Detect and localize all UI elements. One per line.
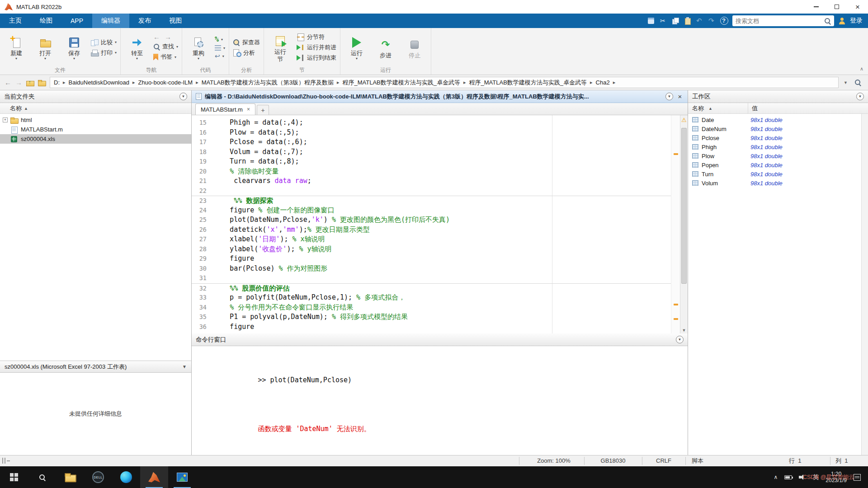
code-line[interactable]: 15 Phigh = data(:,4);	[192, 118, 671, 128]
code-line[interactable]: 17 Pclose = data(:,6);	[192, 137, 671, 147]
code-line[interactable]: 34 % 分号作用为不在命令窗口显示执行结果	[192, 303, 671, 313]
warning-marker[interactable]	[674, 318, 678, 320]
copy-icon[interactable]	[671, 17, 679, 25]
code-line[interactable]: 27 xlabel('日期'); % x轴说明	[192, 235, 671, 244]
ribbon-tab[interactable]: 绘图	[31, 14, 61, 28]
code-line[interactable]: 36 figure	[192, 322, 671, 332]
help-icon[interactable]	[720, 17, 728, 25]
code-line[interactable]: 19 Turn = data(:,8);	[192, 157, 671, 167]
name-column-header[interactable]: 名称 ▲	[0, 103, 191, 114]
code-line[interactable]: 26 datetick('x','mm');% 更改日期显示类型	[192, 225, 671, 235]
warning-icon[interactable]: ⚠	[680, 116, 688, 125]
workspace-variable-row[interactable]: Volum 98x1 double	[688, 178, 861, 188]
analyze-button[interactable]: 分析	[233, 49, 260, 57]
redo-icon[interactable]	[708, 17, 716, 25]
scroll-down-icon[interactable]: ▼	[680, 328, 688, 333]
run-advance-button[interactable]: 运行并前进	[297, 43, 336, 52]
workspace-variable-row[interactable]: Plow 98x1 double	[688, 151, 861, 160]
collapse-ribbon-icon[interactable]: ∧	[860, 66, 863, 72]
new-button[interactable]: 新建▾	[4, 34, 29, 61]
code-line[interactable]: 22	[192, 186, 671, 196]
profiler-button[interactable]: 探查器	[233, 38, 260, 47]
editor-menu-icon[interactable]: ▼	[665, 93, 673, 100]
section-break-button[interactable]: 分节符	[297, 33, 336, 41]
code-line[interactable]: 31	[192, 273, 671, 283]
workspace-variable-row[interactable]: Pclose 98x1 double	[688, 133, 861, 142]
cut-icon[interactable]	[659, 17, 667, 25]
taskbar-search-button[interactable]	[28, 466, 56, 488]
workspace-variable-row[interactable]: DateNum 98x1 double	[688, 124, 861, 133]
tab-close-icon[interactable]: ×	[247, 106, 250, 113]
forward-icon[interactable]: →	[15, 79, 22, 86]
workspace-column-headers[interactable]: 名称▲ 值	[688, 103, 868, 114]
wrap-button[interactable]: ↩▾	[215, 53, 225, 59]
code-line[interactable]: 20 % 清除临时变量	[192, 167, 671, 177]
breadcrumb-segment[interactable]: MATLAB数学建模方法与实践（第3版）程序及数据	[202, 79, 334, 87]
code-line[interactable]: 35 P1 = polyval(p,DateNum); % 得到多项式模型的结果	[192, 312, 671, 322]
print-button[interactable]: 打印▾	[90, 49, 117, 57]
editor-close-icon[interactable]: ×	[676, 93, 684, 100]
code-line[interactable]: 28 ylabel('收盘价'); % y轴说明	[192, 244, 671, 254]
file-row[interactable]: + MATLABStart.m	[0, 125, 191, 134]
code-line[interactable]: 32 %% 股票价值的评估	[192, 283, 671, 293]
panel-menu-icon[interactable]: ▼	[676, 336, 684, 343]
code-line[interactable]: 23 %% 数据探索	[192, 196, 671, 206]
expand-icon[interactable]: +	[3, 117, 8, 122]
file-row[interactable]: + sz000004.xls	[0, 134, 191, 144]
ribbon-tab[interactable]: 发布	[129, 14, 160, 28]
run-section-button[interactable]: 运行 节	[268, 33, 293, 62]
restore-button[interactable]	[826, 0, 847, 14]
encoding-indicator[interactable]: GB18030	[588, 455, 638, 467]
file-details-header[interactable]: sz000004.xls (Microsoft Excel 97-2003 工作…	[0, 361, 191, 373]
scrollbar-thumb[interactable]	[681, 128, 687, 284]
run-to-end-button[interactable]: 运行到结束	[297, 54, 336, 62]
panel-menu-icon[interactable]: ▼	[856, 93, 864, 100]
close-button[interactable]: ×	[847, 0, 868, 14]
tray-expand-icon[interactable]: ∧	[774, 474, 778, 480]
edge-browser-button[interactable]	[112, 466, 140, 488]
command-line[interactable]: fx >> plot(DateNum,Pclose)	[192, 350, 688, 399]
browse-folder-icon[interactable]	[38, 80, 46, 86]
code-lines[interactable]: 15 Phigh = data(:,4); 16 Plow = data(:,5…	[192, 115, 671, 333]
code-line[interactable]: 30 bar(Pclose) % 作为对照图形	[192, 264, 671, 274]
photos-app-button[interactable]	[168, 466, 196, 488]
chevron-down-icon[interactable]: ▼	[844, 80, 848, 85]
workspace-variable-row[interactable]: Phigh 98x1 double	[688, 142, 861, 151]
step-button[interactable]: ↷ 步进	[373, 37, 398, 59]
indent-button[interactable]: ▾	[215, 45, 225, 51]
editor-tab[interactable]: MATLABStart.m ×	[195, 103, 255, 115]
ribbon-tab[interactable]: 编辑器	[92, 14, 129, 28]
ribbon-tab[interactable]: 主页	[0, 14, 31, 28]
code-line[interactable]: 21 clearvars data raw;	[192, 176, 671, 186]
dell-app-button[interactable]: DELL	[84, 466, 112, 488]
paste-icon[interactable]	[684, 17, 692, 25]
breadcrumb-segment[interactable]: 程序_MATLAB数学建模方法与实践_卓金武等	[469, 79, 587, 87]
doc-search-box[interactable]	[732, 15, 834, 26]
undo-icon[interactable]	[696, 17, 704, 25]
ribbon-tab[interactable]: 视图	[160, 14, 191, 28]
file-row[interactable]: + html	[0, 115, 191, 125]
goto-button[interactable]: 转至▾	[124, 34, 150, 61]
compare-button[interactable]: 比较▾	[90, 38, 117, 47]
search-icon[interactable]	[824, 18, 831, 24]
workspace-scrollbar[interactable]	[861, 114, 868, 455]
back-icon[interactable]: ←	[153, 34, 160, 40]
up-folder-icon[interactable]	[26, 80, 34, 86]
code-line[interactable]: 25 plot(DateNum,Pclose,'k') % 更改图的颜色为黑色(…	[192, 215, 671, 225]
breadcrumb-segment[interactable]: BaiduNetdiskDownload	[69, 79, 129, 86]
run-button[interactable]: 运行▾	[344, 34, 369, 61]
breadcrumb[interactable]: D:▸BaiduNetdiskDownload▸Zhuo-book-code-I…	[50, 77, 839, 88]
new-tab-button[interactable]: +	[257, 105, 269, 115]
warning-marker[interactable]	[674, 153, 678, 155]
battery-icon[interactable]	[784, 475, 792, 479]
action-center-icon[interactable]	[854, 474, 861, 481]
code-line[interactable]: 29 figure	[192, 254, 671, 264]
workspace-variable-list[interactable]: Date 98x1 double DateNum 98x1 double Pcl…	[688, 114, 861, 455]
code-line[interactable]: 18 Volum = data(:,7);	[192, 147, 671, 157]
stop-button[interactable]: 停止	[402, 37, 427, 59]
minimize-button[interactable]	[806, 0, 826, 14]
breadcrumb-segment[interactable]: Zhuo-book-code-ILM	[138, 79, 193, 86]
save-icon[interactable]	[647, 17, 655, 25]
comment-button[interactable]: %▾	[215, 36, 225, 43]
warning-marker[interactable]	[674, 304, 678, 305]
